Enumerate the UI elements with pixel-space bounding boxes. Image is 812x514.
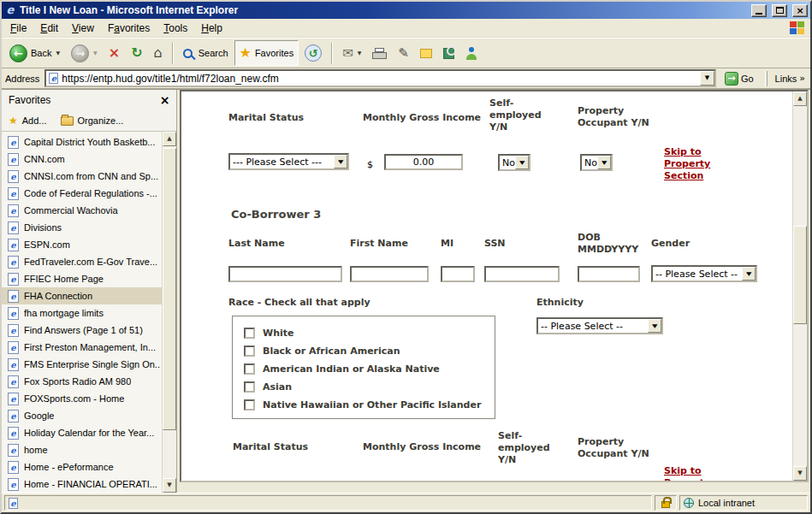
messenger-button[interactable]	[460, 40, 483, 66]
scrollbar-thumb[interactable]	[793, 226, 807, 324]
edit-button[interactable]: ✎	[393, 40, 414, 66]
print-icon	[372, 48, 387, 59]
favorite-item[interactable]: e CNNSI.com from CNN and Sp...	[2, 168, 162, 185]
stop-button[interactable]: ×	[104, 40, 125, 66]
favorite-item[interactable]: e Google	[2, 407, 162, 424]
first-name-input[interactable]	[350, 266, 429, 282]
property-occupant-select[interactable]: No ▼	[580, 154, 613, 171]
favorite-item[interactable]: e FFIEC Home Page	[2, 270, 162, 287]
favorite-item[interactable]: e Capital District Youth Basketb...	[2, 133, 162, 151]
marital-status-select[interactable]: --- Please Select --- ▼	[228, 153, 349, 170]
favorites-button[interactable]: ★ Favorites	[234, 40, 299, 66]
favorite-item[interactable]: e FMS Enterprise Single Sign On...	[2, 356, 162, 373]
favorite-item[interactable]: e Home - ePeformance	[2, 458, 162, 476]
research-button[interactable]	[438, 40, 459, 66]
scroll-down-button[interactable]: ▼	[793, 466, 807, 481]
edit-icon: ✎	[398, 47, 409, 60]
scrollbar-track[interactable]	[793, 106, 807, 466]
address-dropdown-button[interactable]: ▼	[700, 71, 714, 86]
dropdown-button[interactable]: ▼	[648, 319, 661, 333]
home-button[interactable]: ⌂	[149, 40, 168, 66]
menu-item[interactable]: Tools	[157, 20, 194, 37]
race-checkbox[interactable]	[244, 381, 255, 393]
race-checkbox[interactable]	[244, 399, 255, 411]
links-toolbar[interactable]: Links »	[775, 74, 807, 84]
menu-item[interactable]: Help	[194, 20, 229, 37]
address-input[interactable]: e https://entp.hud.gov/title1/html/f72lo…	[44, 69, 716, 87]
mail-dropdown-icon[interactable]: ▼	[358, 50, 362, 56]
research-icon	[443, 48, 454, 59]
scroll-down-button[interactable]: ▼	[163, 478, 176, 493]
close-button[interactable]: ×	[792, 4, 808, 17]
favorite-item[interactable]: e ESPN.com	[2, 236, 162, 253]
menu-item[interactable]: Favorites	[101, 20, 157, 37]
dropdown-button[interactable]: ▼	[597, 156, 611, 169]
scrollbar-thumb[interactable]	[163, 148, 176, 430]
dropdown-button[interactable]: ▼	[515, 156, 529, 169]
menu-item[interactable]: View	[65, 20, 101, 37]
middle-initial-input[interactable]	[441, 266, 475, 282]
skip-to-property-link[interactable]: Skip to Property Section	[664, 465, 717, 481]
favorite-item[interactable]: e Commercial Wachovia	[2, 202, 162, 219]
maximize-button[interactable]	[772, 4, 787, 17]
chevrons-icon[interactable]: »	[799, 74, 805, 83]
favorites-scrollbar[interactable]: ▲ ▼	[162, 132, 176, 493]
scroll-up-button[interactable]: ▲	[793, 92, 807, 106]
ethnicity-label: Ethnicity	[536, 297, 584, 309]
menu-item[interactable]: Edit	[33, 20, 65, 37]
favorite-item[interactable]: e Divisions	[2, 219, 162, 236]
favorite-item-label: Find Answers (Page 1 of 51)	[24, 325, 143, 335]
marital-status-value: --- Please Select ---	[230, 155, 334, 168]
favorite-item-label: FOXSports.com - Home	[24, 393, 124, 404]
favorite-item[interactable]: e FOXSports.com - Home	[2, 390, 162, 407]
mail-button[interactable]: ✉ ▼	[337, 40, 366, 66]
ethnicity-select[interactable]: -- Please Select -- ▼	[536, 317, 663, 334]
back-button[interactable]: ← Back ▼	[4, 40, 65, 66]
print-button[interactable]	[367, 40, 392, 66]
address-url[interactable]: https://entp.hud.gov/title1/html/f72loan…	[62, 73, 696, 85]
page-scrollbar[interactable]: ▲ ▼	[792, 92, 807, 481]
favorite-item[interactable]: e Fox Sports Radio AM 980	[2, 373, 162, 390]
favorite-item[interactable]: e Holiday Calendar for the Year...	[2, 424, 162, 441]
race-checkbox[interactable]	[244, 346, 255, 357]
last-name-input[interactable]	[228, 266, 342, 282]
add-favorite-button[interactable]: ★ Add...	[9, 115, 47, 126]
favorite-item[interactable]: e FHA Connection	[2, 287, 162, 304]
menu-item[interactable]: File	[3, 20, 33, 37]
organize-favorites-button[interactable]: Organize...	[61, 115, 124, 126]
close-favorites-button[interactable]: ×	[157, 93, 172, 108]
scroll-up-button[interactable]: ▲	[163, 132, 176, 146]
dropdown-button[interactable]: ▼	[742, 267, 756, 281]
self-employed-label: Self-employed Y/N	[498, 430, 553, 466]
dob-input[interactable]	[578, 266, 640, 282]
favorite-item[interactable]: e home	[2, 441, 162, 458]
search-button[interactable]: Search	[178, 40, 234, 66]
history-button[interactable]: ↺	[299, 40, 327, 66]
ie-favorite-icon: e	[8, 256, 19, 269]
scrollbar-track[interactable]	[163, 146, 176, 478]
gender-select[interactable]: -- Please Select -- ▼	[651, 265, 757, 282]
refresh-button[interactable]: ↻	[126, 40, 147, 66]
race-checkbox[interactable]	[244, 363, 255, 375]
go-button[interactable]: → Go	[721, 72, 757, 86]
favorite-item[interactable]: e Find Answers (Page 1 of 51)	[2, 322, 162, 339]
back-dropdown-icon[interactable]: ▼	[56, 50, 60, 56]
favorite-item[interactable]: e fha mortgage limits	[2, 304, 162, 322]
favorite-item[interactable]: e FedTraveler.com E-Gov Trave...	[2, 253, 162, 270]
favorite-item[interactable]: e First Preston Management, In...	[2, 339, 162, 356]
favorite-item[interactable]: e Home - FINANCIAL OPERATI...	[2, 476, 162, 493]
ie-favorite-icon: e	[8, 324, 19, 337]
discuss-button[interactable]	[415, 40, 437, 66]
self-employed-select[interactable]: No ▼	[498, 154, 530, 171]
ssn-input[interactable]	[484, 266, 560, 282]
favorite-item[interactable]: e CNN.com	[2, 151, 162, 168]
skip-to-property-link[interactable]: Skip to Property Section	[664, 146, 717, 182]
favorite-item[interactable]: e Code of Federal Regulations -...	[2, 185, 162, 202]
minimize-button[interactable]	[751, 4, 767, 17]
dropdown-button[interactable]: ▼	[334, 155, 347, 168]
links-drag-handle[interactable]	[765, 71, 768, 86]
race-checkbox[interactable]	[244, 328, 255, 339]
monthly-income-input[interactable]	[384, 154, 463, 170]
race-label: Race - Check all that apply	[228, 297, 370, 309]
forward-button[interactable]: → ▼	[66, 40, 103, 66]
